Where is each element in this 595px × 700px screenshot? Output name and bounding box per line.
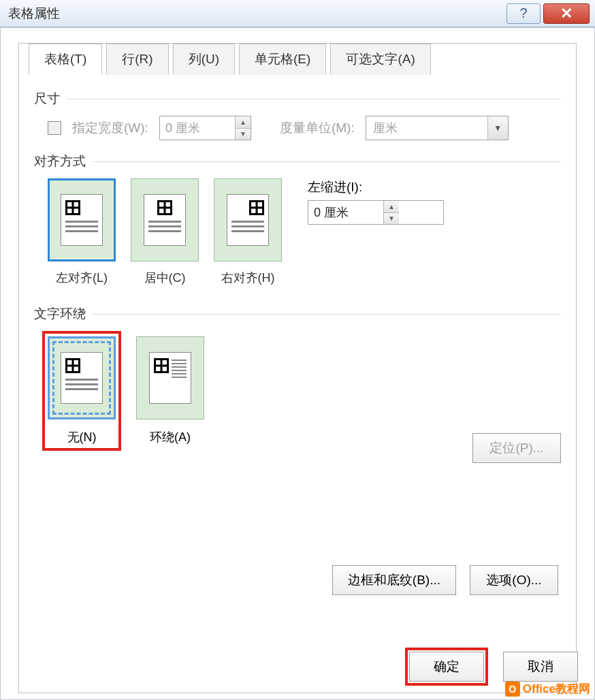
tab-table[interactable]: 表格(T)	[29, 44, 102, 75]
size-group-label: 尺寸	[34, 90, 561, 108]
options-button[interactable]: 选项(O)...	[470, 565, 558, 595]
spin-up-icon[interactable]: ▲	[384, 201, 399, 213]
specify-width-spinner[interactable]: ▲▼	[159, 116, 251, 140]
tab-column[interactable]: 列(U)	[173, 44, 235, 75]
titlebar: 表格属性 ? ✕	[0, 0, 595, 27]
wrap-none-highlight: 无(N)	[42, 331, 121, 451]
office-logo-icon: O	[505, 682, 520, 697]
borders-shading-button[interactable]: 边框和底纹(B)...	[332, 565, 456, 595]
wrapping-group-label: 文字环绕	[34, 305, 561, 323]
left-indent-label: 左缩进(I):	[308, 178, 444, 196]
wrap-none-option[interactable]	[48, 336, 116, 419]
left-indent-input[interactable]	[308, 201, 383, 224]
table-glyph-icon	[65, 358, 80, 373]
unit-combo-value: 厘米	[366, 120, 487, 136]
wrap-around-label: 环绕(A)	[136, 429, 204, 445]
spin-down-icon[interactable]: ▼	[384, 213, 399, 225]
window-title: 表格属性	[5, 5, 506, 22]
align-center-option[interactable]	[131, 178, 199, 261]
dialog-client: 表格(T) 行(R) 列(U) 单元格(E) 可选文字(A) 尺寸 指定宽度(W…	[0, 27, 595, 700]
wrap-none-label: 无(N)	[48, 429, 116, 445]
unit-label: 度量单位(M):	[280, 119, 355, 137]
align-right-option[interactable]	[214, 178, 282, 261]
align-right-label: 右对齐(H)	[214, 270, 282, 286]
specify-width-input[interactable]	[160, 116, 235, 140]
align-center-label: 居中(C)	[131, 270, 199, 286]
tab-body: 尺寸 指定宽度(W): ▲▼ 度量单位(M): 厘米 ▼ 对齐方式	[19, 78, 576, 693]
unit-combo[interactable]: 厘米 ▼	[366, 116, 509, 140]
watermark: O Office教程网	[505, 681, 590, 697]
close-button[interactable]: ✕	[543, 3, 590, 24]
chevron-down-icon: ▼	[487, 116, 508, 140]
alignment-group-label: 对齐方式	[34, 153, 561, 170]
spin-down-icon[interactable]: ▼	[236, 129, 251, 140]
dialog-buttons: 确定 取消	[405, 648, 578, 686]
wrap-around-option[interactable]	[136, 336, 204, 419]
tab-strip: 表格(T) 行(R) 列(U) 单元格(E) 可选文字(A)	[29, 43, 431, 74]
ok-highlight: 确定	[405, 648, 488, 686]
help-button[interactable]: ?	[506, 3, 541, 24]
specify-width-label: 指定宽度(W):	[72, 119, 148, 137]
align-left-label: 左对齐(L)	[48, 270, 116, 286]
watermark-brand: Office教程网	[523, 681, 590, 697]
tab-alt-text[interactable]: 可选文字(A)	[330, 44, 430, 75]
cancel-button[interactable]: 取消	[503, 652, 578, 682]
table-glyph-icon	[65, 200, 80, 215]
ok-button[interactable]: 确定	[409, 652, 484, 682]
positioning-button[interactable]: 定位(P)...	[472, 433, 561, 463]
tab-cell[interactable]: 单元格(E)	[239, 44, 326, 75]
tab-row[interactable]: 行(R)	[106, 44, 168, 75]
dialog-inner: 表格(T) 行(R) 列(U) 单元格(E) 可选文字(A) 尺寸 指定宽度(W…	[18, 43, 577, 693]
table-glyph-icon	[157, 200, 172, 215]
specify-width-checkbox[interactable]	[48, 121, 61, 135]
left-indent-spinner[interactable]: ▲▼	[308, 200, 444, 225]
spin-up-icon[interactable]: ▲	[236, 116, 251, 129]
table-glyph-icon	[249, 200, 264, 215]
table-glyph-icon	[154, 358, 169, 373]
align-left-option[interactable]	[48, 178, 116, 261]
